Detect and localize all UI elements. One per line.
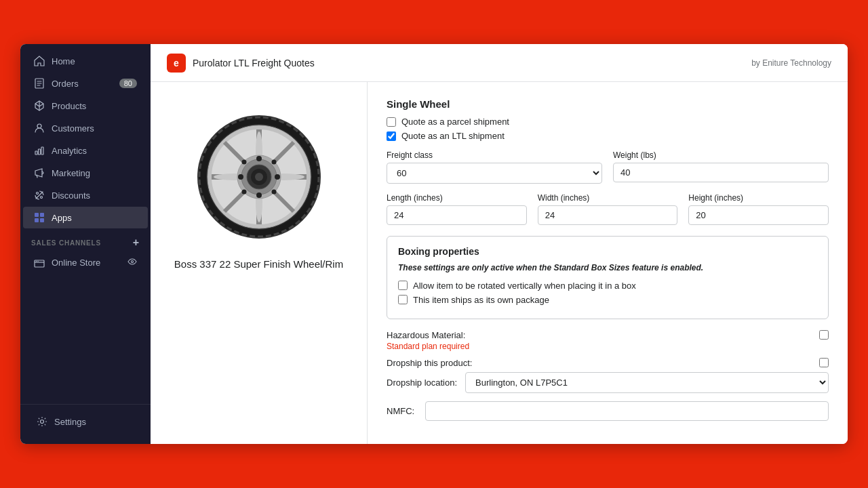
sidebar-item-settings[interactable]: Settings [26,411,145,432]
wheel-svg [195,113,323,241]
marketing-icon [34,167,45,178]
checkbox-parcel-row: Quote as a parcel shipment [387,117,829,127]
app-window: Home Orders 80 [20,44,848,444]
orders-icon [34,78,45,89]
svg-rect-2 [35,151,37,155]
add-sales-channel-button[interactable]: + [133,237,140,248]
svg-rect-3 [39,149,41,155]
svg-rect-10 [40,218,44,222]
sidebar-item-home[interactable]: Home [23,50,148,72]
height-group: Height (inches) [688,193,829,225]
nmfc-label: NMFC: [387,406,414,416]
online-store-icon [34,258,45,268]
dimensions-row: Length (inches) Width (inches) Height (i… [387,193,829,225]
sidebar-item-label: Apps [52,213,72,223]
svg-point-6 [41,197,43,199]
sidebar-bottom: Settings [20,404,151,444]
sidebar: Home Orders 80 [20,44,151,444]
svg-point-13 [37,260,38,261]
own-package-label[interactable]: This item ships as its own package [413,295,549,305]
sidebar-item-analytics[interactable]: Analytics [23,140,148,161]
sidebar-online-store-label: Online Store [52,258,100,268]
svg-point-42 [271,160,276,165]
svg-point-1 [37,124,41,128]
nmfc-input[interactable] [425,401,829,421]
form-panel: Single Wheel Quote as a parcel shipment … [368,82,848,444]
app-header: e Purolator LTL Freight Quotes by Enitur… [151,44,848,82]
parcel-label[interactable]: Quote as a parcel shipment [401,117,509,127]
apps-icon [34,212,45,223]
sidebar-item-products[interactable]: Products [23,95,148,117]
svg-point-38 [256,192,262,198]
height-label: Height (inches) [688,193,829,203]
svg-point-12 [36,260,37,261]
dropship-checkbox[interactable] [819,358,829,367]
dropship-location-select[interactable]: Burlington, ON L7P5C1 Toronto, ON M5H 1A… [465,372,829,393]
length-input[interactable] [387,205,527,225]
sales-channels-header: SALES CHANNELS + [20,229,151,251]
section-title: Single Wheel [387,98,829,110]
app-logo: e [167,54,186,73]
rotate-checkbox[interactable] [398,281,408,290]
sidebar-item-marketing[interactable]: Marketing [23,162,148,184]
checkbox-ltl-row: Quote as an LTL shipment [387,131,829,141]
product-panel: Boss 337 22 Super Finish Wheel/Rim [151,82,368,444]
parcel-checkbox[interactable] [387,117,396,127]
svg-point-15 [41,420,44,424]
analytics-icon [34,145,45,156]
svg-rect-4 [41,147,43,155]
sidebar-item-label: Discounts [52,190,90,201]
freight-class-select[interactable]: 60 65 70 77.5 85 [387,163,602,184]
svg-rect-7 [35,213,39,217]
sidebar-item-online-store[interactable]: Online Store [23,251,148,274]
svg-rect-9 [35,218,39,222]
sidebar-item-label: Marketing [52,168,90,178]
sidebar-item-orders[interactable]: Orders 80 [23,73,148,94]
rotate-label[interactable]: Allow item to be rotated vertically when… [413,281,636,291]
app-header-right: by Eniture Technology [751,58,831,68]
sales-channels-label: SALES CHANNELS [31,239,101,247]
dropship-location-label: Dropship location: [387,378,457,388]
width-group: Width (inches) [538,193,678,225]
discounts-icon [34,190,45,201]
length-label: Length (inches) [387,193,527,203]
online-store-eye-icon[interactable] [127,257,137,268]
ltl-label[interactable]: Quote as an LTL shipment [401,131,505,141]
dropship-row: Dropship this product: [387,358,829,368]
svg-point-41 [241,160,246,165]
sidebar-item-apps[interactable]: Apps [23,207,148,228]
product-title: Boss 337 22 Super Finish Wheel/Rim [174,258,343,270]
hazardous-sub: Standard plan required [387,342,469,351]
svg-point-36 [255,173,263,181]
weight-input[interactable] [613,163,829,182]
app-header-left: e Purolator LTL Freight Quotes [167,54,315,73]
sidebar-item-customers[interactable]: Customers [23,117,148,139]
sidebar-item-discounts[interactable]: Discounts [23,184,148,206]
weight-label: Weight (lbs) [613,150,829,160]
product-image [191,109,327,245]
products-icon [34,100,45,111]
content-area: Boss 337 22 Super Finish Wheel/Rim Singl… [151,82,848,444]
boxing-rotate-row: Allow item to be rotated vertically when… [398,281,817,291]
boxing-note: These settings are only active when the … [398,262,817,274]
ltl-checkbox[interactable] [387,131,396,141]
sidebar-item-label: Products [52,101,86,111]
svg-point-40 [275,174,280,180]
svg-rect-8 [40,213,44,217]
freight-class-group: Freight class 60 65 70 77.5 85 [387,150,602,184]
svg-point-14 [132,261,134,263]
svg-point-44 [271,190,276,195]
dropship-location-row: Dropship location: Burlington, ON L7P5C1… [387,372,829,393]
height-input[interactable] [688,205,829,225]
sidebar-item-label: Orders [52,79,79,89]
home-icon [34,56,45,66]
boxing-properties-card: Boxing properties These settings are onl… [387,236,829,319]
sidebar-item-label: Home [52,56,75,66]
orders-badge: 80 [119,79,137,88]
width-input[interactable] [538,205,678,225]
hazardous-label: Hazardous Material: [387,330,469,340]
hazardous-checkbox[interactable] [819,330,829,340]
own-package-checkbox[interactable] [398,295,408,304]
svg-point-5 [37,192,39,195]
sidebar-item-label: Analytics [52,146,87,156]
